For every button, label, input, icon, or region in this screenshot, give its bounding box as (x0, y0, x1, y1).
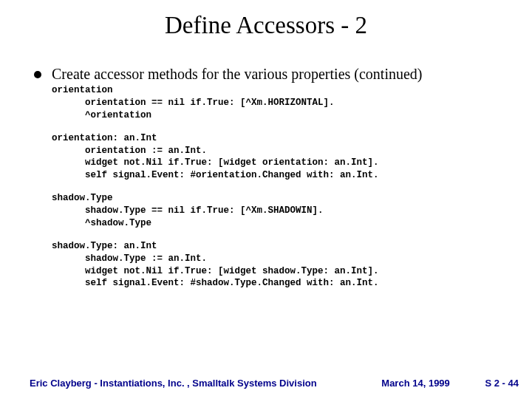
content-area: Create accessor methods for the various … (34, 66, 502, 290)
page-title: Define Accessors - 2 (0, 12, 532, 39)
footer: Eric Clayberg - Instantiations, Inc. , S… (0, 378, 532, 389)
bullet-text: Create accessor methods for the various … (52, 66, 422, 83)
code-block-4: shadow.Type: an.Int shadow.Type := an.In… (52, 240, 502, 290)
bullet-item: Create accessor methods for the various … (34, 66, 502, 83)
code-block-3: shadow.Type shadow.Type == nil if.True: … (52, 192, 502, 230)
footer-date: March 14, 1999 (381, 378, 450, 389)
code-block-1: orientation orientation == nil if.True: … (52, 84, 502, 122)
bullet-icon (34, 71, 41, 78)
footer-page: S 2 - 44 (485, 378, 519, 389)
code-block-2: orientation: an.Int orientation := an.In… (52, 132, 502, 183)
footer-author: Eric Clayberg - Instantiations, Inc. , S… (30, 378, 317, 389)
